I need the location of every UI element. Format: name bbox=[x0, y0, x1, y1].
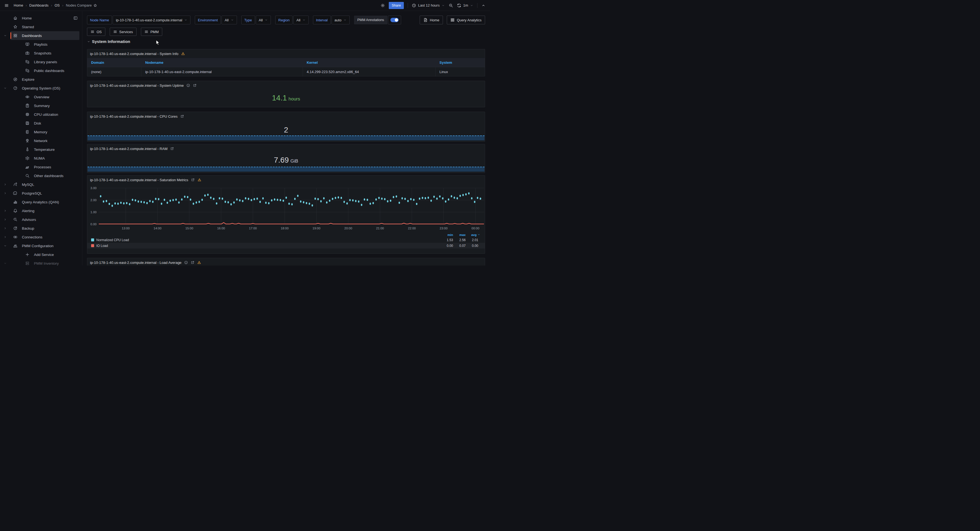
table-column-header[interactable]: Domain bbox=[87, 61, 142, 65]
dashboard-link-pmm[interactable]: PMM bbox=[141, 28, 162, 36]
menu-toggle-icon[interactable] bbox=[5, 3, 9, 8]
sidebar-item-alerting[interactable]: Alerting bbox=[0, 206, 82, 215]
external-link-icon[interactable] bbox=[191, 261, 194, 265]
table-column-header[interactable]: System bbox=[436, 61, 485, 65]
sidebar-item-add-service[interactable]: Add Service bbox=[0, 250, 82, 259]
external-link-icon[interactable] bbox=[191, 178, 195, 182]
filter-value-dropdown[interactable]: auto bbox=[332, 16, 350, 24]
chevron-down-icon[interactable] bbox=[3, 86, 7, 90]
sidebar-item-home[interactable]: Home bbox=[0, 14, 82, 22]
breadcrumb-item[interactable]: Home bbox=[14, 3, 23, 7]
breadcrumb-item[interactable]: OS bbox=[54, 3, 60, 7]
filter-label[interactable]: Type bbox=[241, 16, 255, 24]
legend-sort-min[interactable]: min bbox=[441, 233, 453, 236]
sidebar-item-numa[interactable]: NUMA bbox=[0, 154, 82, 163]
sidebar-item-starred[interactable]: Starred bbox=[0, 22, 82, 31]
filter-label[interactable]: Node Name bbox=[87, 16, 112, 24]
sidebar-item-playlists[interactable]: Playlists bbox=[0, 40, 82, 49]
plus-icon bbox=[25, 252, 30, 257]
sidebar-item-memory[interactable]: Memory bbox=[0, 128, 82, 136]
sidebar-item-connections[interactable]: Connections bbox=[0, 233, 82, 241]
sidebar-item-dashboards[interactable]: Dashboards bbox=[0, 31, 82, 40]
panel-title[interactable]: ip-10-178-1-40.us-east-2.compute.interna… bbox=[90, 52, 178, 56]
refresh-picker[interactable]: 1m bbox=[457, 3, 473, 8]
legend-color-swatch bbox=[91, 244, 94, 247]
warning-icon[interactable] bbox=[197, 261, 201, 265]
info-icon[interactable] bbox=[186, 83, 190, 87]
time-range-picker[interactable]: Last 12 hours bbox=[412, 3, 445, 8]
legend-series-name[interactable]: Normalized CPU Load bbox=[91, 238, 441, 242]
panel-title[interactable]: ip-10-178-1-40.us-east-2.compute.interna… bbox=[90, 147, 167, 151]
legend-sort-max[interactable]: max bbox=[453, 233, 466, 236]
warning-icon[interactable] bbox=[181, 52, 185, 56]
favorite-star-icon[interactable] bbox=[93, 3, 97, 7]
filter-value-dropdown[interactable]: ip-10-178-1-40.us-east-2.compute.interna… bbox=[113, 16, 191, 24]
sidebar-item-backup[interactable]: Backup bbox=[0, 224, 82, 233]
breadcrumb-item[interactable]: Nodes Compare bbox=[66, 3, 92, 7]
sidebar-item-operating-system-os[interactable]: Operating System (OS) bbox=[0, 84, 82, 92]
panel-title[interactable]: ip-10-178-1-40.us-east-2.compute.interna… bbox=[90, 115, 178, 118]
chevron-right-icon[interactable] bbox=[3, 183, 7, 186]
sidebar-item-pmm-configuration[interactable]: PMM Configuration bbox=[0, 241, 82, 250]
zoom-out-icon[interactable] bbox=[449, 3, 453, 8]
sidebar-item-label: Explore bbox=[22, 77, 35, 81]
sidebar-item-library-panels[interactable]: Library panels bbox=[0, 57, 82, 66]
sidebar-item-snapshots[interactable]: Snapshots bbox=[0, 49, 82, 57]
chevron-right-icon[interactable] bbox=[3, 235, 7, 239]
camera-icon bbox=[25, 51, 30, 55]
filter-value-dropdown[interactable]: All bbox=[256, 16, 271, 24]
chevron-down-icon[interactable] bbox=[3, 34, 7, 37]
query-analytics-button[interactable]: Query Analytics bbox=[447, 16, 485, 24]
filter-label[interactable]: Region bbox=[275, 16, 293, 24]
pmm-annotations-toggle[interactable] bbox=[388, 16, 401, 24]
chevron-down-icon[interactable] bbox=[3, 244, 7, 247]
sidebar-item-advisors[interactable]: Advisors bbox=[0, 215, 82, 224]
panel-title[interactable]: ip-10-178-1-40.us-east-2.compute.interna… bbox=[90, 178, 188, 182]
filter-label[interactable]: Environment bbox=[195, 16, 221, 24]
warning-icon[interactable] bbox=[197, 178, 201, 182]
legend-sort-avg[interactable]: avg bbox=[466, 233, 480, 236]
external-link-icon[interactable] bbox=[170, 147, 174, 150]
home-dashboard-button[interactable]: Home bbox=[420, 16, 443, 24]
sidebar-item-mysql[interactable]: MySQL bbox=[0, 180, 82, 189]
dashboard-link-services[interactable]: Services bbox=[110, 28, 137, 36]
sidebar-item-overview[interactable]: Overview bbox=[0, 92, 82, 101]
sidebar-item-explore[interactable]: Explore bbox=[0, 75, 82, 84]
sidebar-item-public-dashboards[interactable]: Public dashboards bbox=[0, 66, 82, 75]
chevron-right-icon[interactable] bbox=[3, 191, 7, 195]
info-icon[interactable] bbox=[184, 261, 188, 265]
section-system-information[interactable]: System Information bbox=[87, 39, 130, 44]
collapse-up-icon[interactable] bbox=[481, 3, 485, 8]
sidebar-item-processes[interactable]: Processes bbox=[0, 163, 82, 171]
dock-sidebar-icon[interactable] bbox=[73, 16, 78, 20]
table-column-header[interactable]: Kernel bbox=[303, 61, 436, 65]
menu-list-icon bbox=[145, 30, 148, 33]
chevron-down-icon bbox=[442, 4, 445, 7]
table-column-header[interactable]: Nodename bbox=[142, 61, 303, 65]
chevron-right-icon[interactable] bbox=[3, 226, 7, 230]
chevron-right-icon[interactable] bbox=[3, 218, 7, 221]
external-link-icon[interactable] bbox=[193, 83, 197, 87]
sidebar-item-disk[interactable]: Disk bbox=[0, 119, 82, 128]
sidebar-item-other-dashboards[interactable]: Other dashboards bbox=[0, 171, 82, 180]
share-button[interactable]: Share bbox=[389, 2, 404, 9]
legend-series-name[interactable]: IO Load bbox=[91, 244, 441, 248]
sidebar-item-pmm-inventory[interactable]: PMM Inventory bbox=[0, 259, 82, 266]
chevron-down-icon[interactable] bbox=[3, 262, 7, 265]
dashboard-link-os[interactable]: OS bbox=[87, 28, 105, 36]
sidebar-item-postgresql[interactable]: PostgreSQL bbox=[0, 189, 82, 198]
sidebar-item-cpu-utilization[interactable]: CPU utilization bbox=[0, 110, 82, 119]
external-link-icon[interactable] bbox=[180, 115, 184, 118]
filter-value-dropdown[interactable]: All bbox=[222, 16, 237, 24]
sidebar-item-network[interactable]: Network bbox=[0, 136, 82, 145]
panel-title[interactable]: ip-10-178-1-40.us-east-2.compute.interna… bbox=[90, 261, 181, 265]
dashboard-settings-gear-icon[interactable] bbox=[380, 3, 385, 8]
sidebar-item-query-analytics-qan[interactable]: Query Analytics (QAN) bbox=[0, 198, 82, 206]
sidebar-item-temperature[interactable]: Temperature bbox=[0, 145, 82, 154]
panel-title[interactable]: ip-10-178-1-40.us-east-2.compute.interna… bbox=[90, 83, 184, 88]
filter-value-dropdown[interactable]: All bbox=[293, 16, 308, 24]
sidebar-item-summary[interactable]: Summary bbox=[0, 101, 82, 110]
filter-label[interactable]: Interval bbox=[313, 16, 331, 24]
chevron-right-icon[interactable] bbox=[3, 209, 7, 212]
breadcrumb-item[interactable]: Dashboards bbox=[29, 3, 48, 7]
